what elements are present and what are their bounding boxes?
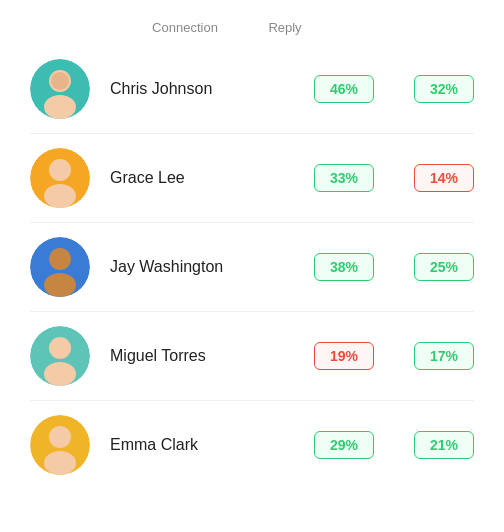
avatar [30, 237, 90, 297]
reply-badge: 32% [414, 75, 474, 103]
connection-col: 33% [294, 164, 384, 192]
reply-col: 25% [404, 253, 474, 281]
reply-col: 14% [404, 164, 474, 192]
table-row: Grace Lee 33% 14% [30, 134, 474, 223]
table-container: Connection Reply Chris Johnson 46% 32% [30, 20, 474, 489]
svg-point-2 [44, 95, 76, 119]
reply-col: 21% [404, 431, 474, 459]
person-name: Jay Washington [110, 258, 294, 276]
reply-header: Reply [240, 20, 330, 35]
table-row: Miguel Torres 19% 17% [30, 312, 474, 401]
svg-point-9 [44, 273, 76, 297]
people-list: Chris Johnson 46% 32% Grace Lee 33% 14% [30, 45, 474, 489]
svg-point-11 [49, 337, 71, 359]
person-name: Grace Lee [110, 169, 294, 187]
svg-point-5 [49, 159, 71, 181]
svg-point-3 [51, 72, 69, 90]
table-row: Chris Johnson 46% 32% [30, 45, 474, 134]
connection-badge: 19% [314, 342, 374, 370]
svg-point-15 [44, 451, 76, 475]
person-name: Emma Clark [110, 436, 294, 454]
svg-point-8 [49, 248, 71, 270]
reply-badge: 17% [414, 342, 474, 370]
table-row: Jay Washington 38% 25% [30, 223, 474, 312]
connection-header: Connection [130, 20, 240, 35]
connection-badge: 33% [314, 164, 374, 192]
reply-badge: 14% [414, 164, 474, 192]
person-name: Chris Johnson [110, 80, 294, 98]
connection-badge: 46% [314, 75, 374, 103]
person-name: Miguel Torres [110, 347, 294, 365]
connection-col: 19% [294, 342, 384, 370]
svg-point-12 [44, 362, 76, 386]
table-header: Connection Reply [130, 20, 474, 45]
avatar [30, 415, 90, 475]
connection-badge: 38% [314, 253, 374, 281]
reply-badge: 21% [414, 431, 474, 459]
connection-badge: 29% [314, 431, 374, 459]
connection-col: 38% [294, 253, 384, 281]
table-row: Emma Clark 29% 21% [30, 401, 474, 489]
svg-point-6 [44, 184, 76, 208]
avatar [30, 148, 90, 208]
reply-col: 17% [404, 342, 474, 370]
reply-col: 32% [404, 75, 474, 103]
svg-point-14 [49, 426, 71, 448]
reply-badge: 25% [414, 253, 474, 281]
avatar [30, 59, 90, 119]
connection-col: 46% [294, 75, 384, 103]
avatar [30, 326, 90, 386]
connection-col: 29% [294, 431, 384, 459]
